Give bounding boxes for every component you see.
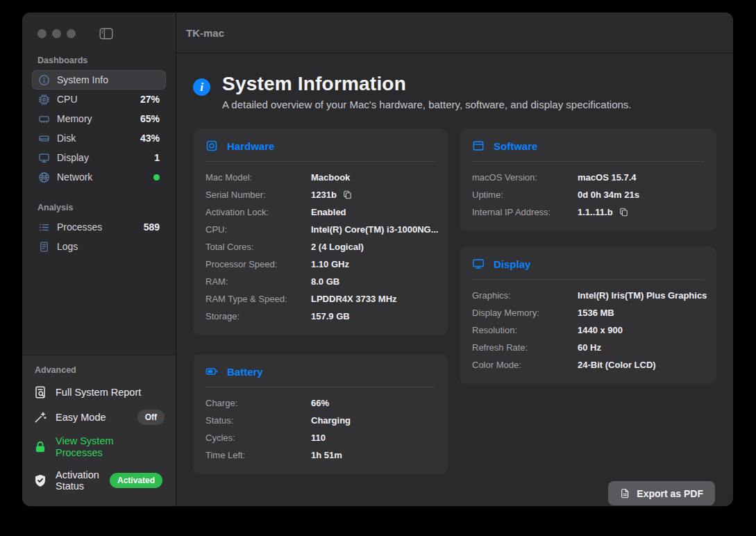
row-label: Time Left: [205, 450, 311, 460]
row-value: Intel(R) Iris(TM) Plus Graphics [578, 290, 707, 301]
info-row: RAM: 8.0 GB [205, 276, 435, 287]
sidebar-item-value: 27% [140, 94, 160, 105]
card-title: Display [494, 258, 530, 270]
list-icon [38, 221, 50, 233]
row-value: Charging [311, 415, 435, 426]
display-icon [38, 152, 50, 164]
close-button[interactable] [37, 29, 47, 38]
info-icon [38, 74, 50, 86]
row-value: 110 [311, 433, 435, 443]
row-label: Graphics: [472, 290, 578, 301]
info-row: Status: Charging [205, 415, 435, 426]
sidebar-item-label: Display [57, 152, 154, 163]
sidebar-item-network[interactable]: Network [32, 167, 166, 187]
sidebar-item-processes[interactable]: Processes 589 [32, 217, 166, 237]
section-label-advanced: Advanced [35, 365, 165, 375]
sidebar-item-system-info[interactable]: System Info [32, 70, 166, 90]
info-row: Resolution: 1440 x 900 [472, 325, 704, 335]
advanced-item-label: Easy Mode [56, 412, 137, 424]
row-value: 24-Bit (Color LCD) [578, 360, 704, 370]
page-title: System Information [222, 73, 632, 95]
software-card: Software macOS Version: macOS 15.7.4 Upt… [460, 128, 716, 231]
divider [205, 387, 435, 387]
sidebar: Dashboards System Info [22, 12, 176, 506]
battery-card: Battery Charge: 66% Status: Charging C [193, 354, 448, 474]
sidebar-item-disk[interactable]: Disk 43% [32, 128, 166, 148]
pdf-document-icon [620, 488, 630, 499]
row-label: Storage: [205, 311, 311, 321]
info-row: Mac Model: Macbook [205, 172, 435, 183]
zoom-button[interactable] [67, 29, 76, 38]
content-area: i System Information A detailed overview… [176, 53, 733, 506]
row-label: Total Cores: [205, 242, 311, 252]
easy-mode-off-badge: Off [137, 410, 165, 425]
row-value: 1.1..11.b [578, 207, 613, 217]
battery-icon [205, 365, 218, 378]
sidebar-item-label: Logs [57, 241, 160, 252]
row-value: 157.9 GB [311, 311, 435, 321]
divider [472, 279, 704, 280]
sidebar-item-label: Memory [57, 113, 140, 124]
full-system-report-button[interactable]: Full System Report [33, 385, 165, 399]
view-system-processes-button[interactable]: View System Processes [33, 435, 165, 458]
info-row: Uptime: 0d 0h 34m 21s [472, 190, 704, 200]
window-icon [472, 140, 485, 152]
minimize-button[interactable] [52, 29, 61, 38]
shield-check-icon [33, 474, 47, 487]
sidebar-item-display[interactable]: Display 1 [32, 148, 166, 167]
activation-status-item[interactable]: Activation Status Activated [33, 469, 165, 492]
hardware-card-header: Hardware [205, 140, 435, 152]
export-as-pdf-button[interactable]: Export as PDF [608, 481, 715, 505]
advanced-panel: Advanced Full System Report [22, 355, 176, 506]
info-row: RAM Type & Speed: LPDDR4X 3733 MHz [205, 294, 435, 304]
row-label: Refresh Rate: [472, 342, 578, 353]
row-label: Processor Speed: [205, 259, 311, 269]
network-status-dot [153, 174, 160, 181]
row-label: Status: [205, 415, 311, 426]
sidebar-item-cpu[interactable]: CPU 27% [32, 90, 166, 109]
row-value: macOS 15.7.4 [578, 172, 704, 183]
easy-mode-toggle[interactable]: Easy Mode Off [33, 410, 165, 425]
display-card-header: Display [472, 258, 704, 270]
copy-icon[interactable] [619, 207, 629, 217]
sidebar-item-value: 1 [154, 152, 160, 163]
advanced-item-label: Activation Status [56, 469, 110, 492]
info-row: macOS Version: macOS 15.7.4 [472, 172, 704, 183]
row-label: Internal IP Address: [472, 207, 578, 217]
row-value: 1231b [311, 190, 337, 200]
row-label: Cycles: [205, 433, 311, 443]
row-value: 1536 MB [578, 308, 704, 318]
row-label: Resolution: [472, 325, 578, 335]
row-value: Enabled [311, 207, 435, 217]
page-subtitle: A detailed overview of your Mac's hardwa… [222, 99, 632, 110]
window-title: TK-mac [186, 27, 224, 39]
sidebar-item-memory[interactable]: Memory 65% [32, 109, 166, 128]
sidebar-item-logs[interactable]: Logs [32, 237, 166, 256]
activation-status-badge: Activated [110, 473, 162, 488]
section-label-dashboards: Dashboards [37, 56, 166, 65]
row-value: 1440 x 900 [578, 325, 704, 335]
row-label: macOS Version: [472, 172, 578, 183]
info-row: Color Mode: 24-Bit (Color LCD) [472, 360, 704, 370]
lock-icon [33, 440, 47, 454]
memory-icon [38, 113, 50, 125]
info-row: Internal IP Address: 1.1..11.b [472, 207, 704, 217]
info-row: Time Left: 1h 51m [205, 450, 435, 460]
section-label-analysis: Analysis [37, 203, 166, 212]
sidebar-toggle-icon[interactable] [99, 28, 113, 40]
row-label: RAM: [205, 276, 311, 287]
row-value: 1h 51m [311, 450, 435, 460]
advanced-item-label: View System Processes [56, 435, 137, 458]
info-row: Total Cores: 2 (4 Logical) [205, 242, 435, 252]
row-value: 2 (4 Logical) [311, 242, 435, 252]
row-value: 60 Hz [578, 342, 704, 353]
row-value: 66% [311, 398, 435, 408]
document-icon [38, 241, 50, 253]
row-value: 8.0 GB [311, 276, 435, 287]
row-label: Charge: [205, 398, 311, 408]
row-label: Serial Number: [205, 190, 311, 200]
copy-icon[interactable] [342, 190, 353, 200]
sidebar-item-value: 43% [140, 133, 160, 144]
card-title: Software [494, 140, 537, 152]
report-icon [33, 385, 47, 399]
